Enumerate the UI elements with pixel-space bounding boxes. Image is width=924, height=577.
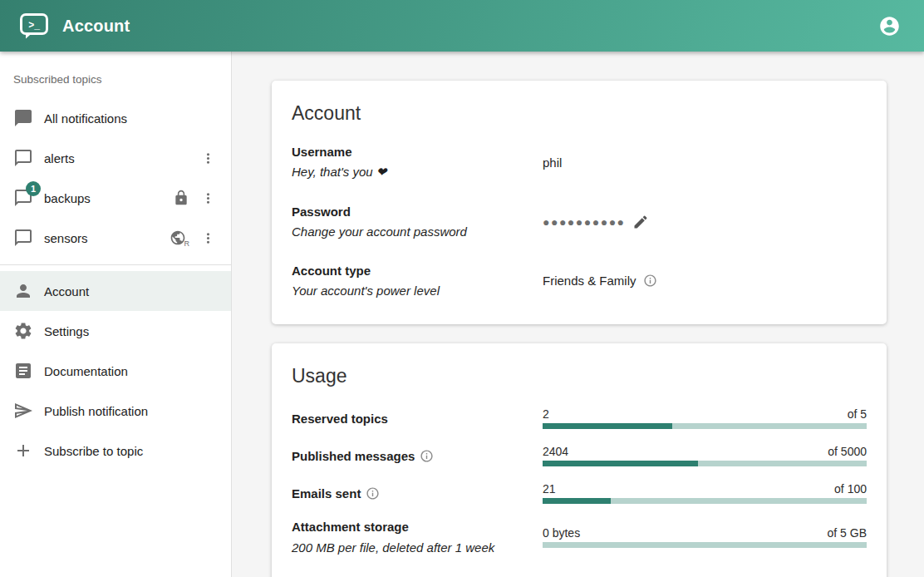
info-icon[interactable] — [366, 486, 380, 501]
page-title: Account — [62, 17, 130, 36]
reserved-topics-label: Reserved topics — [292, 412, 543, 426]
more-vert-icon — [200, 190, 216, 206]
info-icon[interactable] — [643, 274, 657, 288]
send-icon — [13, 401, 33, 421]
reserved-topics-row: Reserved topics 2 of 5 — [292, 407, 867, 429]
meter-value: 21 — [543, 482, 556, 496]
ntfy-logo-icon: >_ — [20, 13, 48, 39]
password-label: Password — [292, 205, 543, 219]
progress-bar — [543, 461, 867, 466]
topic-list: All notifications alerts — [0, 86, 231, 258]
sidebar-item-topic-sensors[interactable]: sensors R — [0, 218, 231, 258]
meter-value: 0 bytes — [543, 526, 580, 540]
unread-count-badge: 1 — [26, 181, 41, 196]
topic-menu-button[interactable] — [200, 150, 216, 166]
password-masked-value: ●●●●●●●●●● — [543, 215, 626, 229]
edit-password-button[interactable] — [632, 214, 649, 230]
topic-label: All notifications — [44, 111, 127, 126]
topic-label: sensors — [44, 231, 88, 245]
article-icon — [13, 361, 33, 381]
topic-menu-button[interactable] — [200, 190, 216, 206]
username-value: phil — [543, 155, 562, 170]
published-messages-row: Published messages 2404 of 5000 — [292, 445, 867, 466]
progress-fill — [543, 498, 611, 504]
progress-bar — [543, 423, 867, 429]
sidebar-item-publish-notification[interactable]: Publish notification — [0, 391, 231, 431]
sidebar-item-topic-backups[interactable]: 1 backups — [0, 178, 231, 218]
meter-limit: of 5000 — [828, 445, 867, 458]
password-row: Password Change your account password ●●… — [292, 205, 867, 239]
sidebar-item-settings[interactable]: Settings — [0, 311, 231, 351]
account-type-subtitle: Your account's power level — [292, 284, 543, 298]
meter-value: 2404 — [543, 445, 568, 458]
pencil-icon — [632, 214, 649, 230]
main-nav: Account Settings — [0, 271, 231, 471]
sidebar-item-all-notifications[interactable]: All notifications — [0, 98, 231, 138]
chat-outline-icon: 1 — [13, 188, 33, 208]
meter-limit: of 100 — [834, 482, 867, 496]
app-root: >_ Account Subscribed topics — [0, 0, 924, 577]
topic-menu-button[interactable] — [200, 230, 216, 246]
person-icon — [13, 281, 33, 301]
nav-label: Subscribe to topic — [44, 444, 143, 458]
nav-label: Settings — [44, 324, 89, 338]
reserved-suffix: R — [184, 239, 190, 248]
gear-icon — [13, 321, 33, 341]
usage-card: Usage Reserved topics 2 of 5 — [272, 343, 887, 577]
svg-text:>_: >_ — [28, 18, 40, 30]
topic-label: backups — [44, 191, 91, 205]
sidebar: Subscribed topics All notifications — [0, 52, 232, 577]
account-circle-icon — [878, 15, 901, 37]
account-type-label: Account type — [292, 264, 543, 278]
username-row: Username Hey, that's you ❤ phil — [292, 145, 867, 180]
chat-outline-icon — [13, 148, 33, 168]
attachment-storage-subtitle: 200 MB per file, deleted after 1 week — [292, 540, 543, 555]
nav-label: Account — [44, 284, 89, 298]
account-card: Account Username Hey, that's you ❤ phil … — [272, 81, 887, 324]
meter-limit: of 5 — [848, 407, 867, 421]
topic-label: alerts — [44, 151, 75, 165]
account-card-title: Account — [292, 102, 867, 125]
emails-sent-row: Emails sent 21 of 100 — [292, 482, 867, 504]
chat-filled-icon — [13, 108, 33, 128]
chat-outline-icon — [13, 228, 33, 248]
sidebar-divider — [0, 264, 231, 265]
emails-sent-label: Emails sent — [292, 486, 361, 501]
main-content: Account Username Hey, that's you ❤ phil … — [232, 52, 924, 577]
sidebar-item-documentation[interactable]: Documentation — [0, 351, 231, 391]
nav-label: Documentation — [44, 364, 128, 378]
meter-value: 2 — [543, 407, 549, 421]
password-subtitle: Change your account password — [292, 224, 543, 239]
usage-card-title: Usage — [292, 365, 867, 387]
globe-reserved-icon: R — [170, 229, 190, 246]
progress-fill — [543, 423, 672, 429]
username-label: Username — [292, 145, 543, 159]
sidebar-item-subscribe-to-topic[interactable]: Subscribe to topic — [0, 431, 231, 471]
progress-fill — [543, 461, 698, 466]
app-bar: >_ Account — [0, 0, 924, 52]
nav-label: Publish notification — [44, 404, 148, 418]
more-vert-icon — [200, 230, 216, 246]
subscribed-topics-label: Subscribed topics — [0, 52, 231, 86]
lock-icon — [173, 190, 189, 206]
attachment-storage-row: Attachment storage 200 MB per file, dele… — [292, 520, 867, 555]
progress-bar — [543, 542, 867, 548]
account-type-value: Friends & Family — [543, 274, 636, 288]
sidebar-item-account[interactable]: Account — [0, 271, 231, 311]
plus-icon — [13, 441, 33, 461]
published-messages-label: Published messages — [292, 449, 415, 463]
sidebar-item-topic-alerts[interactable]: alerts — [0, 138, 231, 178]
account-menu-button[interactable] — [872, 9, 906, 42]
username-subtitle: Hey, that's you ❤ — [292, 165, 543, 180]
more-vert-icon — [200, 150, 216, 166]
info-icon[interactable] — [420, 449, 434, 463]
account-type-row: Account type Your account's power level … — [292, 264, 867, 298]
attachment-storage-label: Attachment storage — [292, 520, 543, 534]
meter-limit: of 5 GB — [828, 526, 867, 540]
progress-bar — [543, 498, 867, 504]
